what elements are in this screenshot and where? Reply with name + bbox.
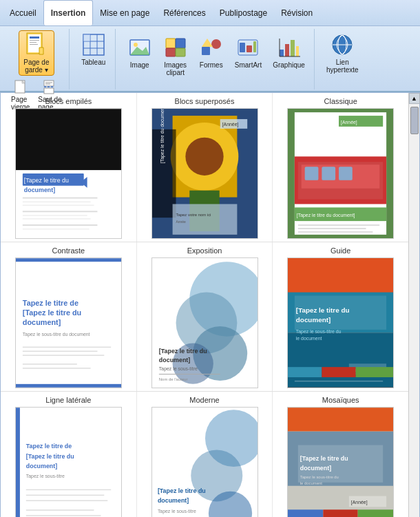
menu-insertion[interactable]: Insertion (43, 0, 94, 25)
tableau-button[interactable]: Tableau (76, 30, 111, 68)
menu-publipostage[interactable]: Publipostage (213, 0, 274, 25)
ribbon: Page degarde ▾ Pagevierge (0, 26, 420, 92)
svg-rect-23 (166, 39, 176, 48)
svg-rect-51 (23, 204, 94, 205)
gallery-cell-mosaiques[interactable]: Mosaïques [Tapez le titre du (273, 392, 408, 517)
svg-rect-143 (288, 408, 393, 432)
svg-rect-128 (26, 500, 107, 500)
svg-text:Tapez le sous-titre: Tapez le sous-titre (26, 474, 65, 479)
svg-text:Tapez le sous-titre du: Tapez le sous-titre du (300, 475, 339, 479)
ligne-laterale-thumb: Tapez le titre de [Tapez le titre du doc… (15, 407, 122, 517)
svg-text:document]: document] (296, 316, 330, 324)
ribbon-group-tableau: Tableau (72, 29, 116, 89)
svg-text:Nom de l'auteur: Nom de l'auteur (158, 377, 187, 381)
mosaiques-thumb: [Tapez le titre du document] Tapez le so… (287, 407, 394, 517)
svg-rect-32 (246, 45, 252, 52)
svg-rect-52 (23, 211, 98, 212)
page-de-garde-button[interactable]: Page degarde ▾ (19, 30, 54, 76)
gallery-cell-guide[interactable]: Guide [Tapez le titre du (273, 242, 408, 391)
svg-text:[Tapez le titre du: [Tapez le titre du (24, 177, 69, 184)
gallery-row-3: Ligne latérale Tapez le titre de [Tapez … (1, 392, 408, 517)
svg-marker-29 (202, 39, 213, 47)
svg-rect-83 (298, 231, 373, 233)
svg-rect-126 (26, 489, 111, 490)
svg-text:[Tapez le titre du document]: [Tapez le titre du document] (297, 213, 355, 218)
svg-rect-91 (23, 347, 111, 348)
svg-rect-24 (176, 39, 185, 48)
ribbon-group-liens: Lienhypertexte (317, 29, 368, 89)
svg-text:[Année]: [Année] (222, 122, 238, 127)
guide-label: Guide (330, 246, 350, 255)
gallery-cell-exposition[interactable]: Exposition [Tapez le titre du document] (137, 242, 273, 391)
gallery-cell-moderne[interactable]: Moderne [Tapez le titre du document] Tap… (137, 392, 273, 517)
svg-rect-55 (23, 224, 98, 226)
svg-text:[Année]: [Année] (351, 500, 368, 505)
menu-mise-en-page[interactable]: Mise en page (93, 0, 156, 25)
svg-rect-93 (23, 355, 104, 355)
svg-rect-81 (298, 224, 379, 226)
svg-text:[Tapez le titre du: [Tapez le titre du (300, 455, 348, 462)
svg-rect-127 (26, 495, 105, 496)
images-clipart-button[interactable]: Imagesclipart (158, 33, 193, 78)
gallery-scroll-area: Blocs empilés [Tapez le titre du documen… (1, 93, 419, 517)
blocs-superposes-label: Blocs superposés (175, 97, 235, 105)
gallery-panel: Blocs empilés [Tapez le titre du documen… (0, 92, 420, 517)
svg-rect-118 (356, 367, 393, 377)
svg-text:Tapez le titre de: Tapez le titre de (26, 443, 72, 450)
gallery-grid: Blocs empilés [Tapez le titre du documen… (1, 93, 408, 517)
svg-rect-116 (288, 367, 322, 377)
formes-button[interactable]: Formes (194, 33, 229, 71)
gallery-cell-contraste[interactable]: Contraste Tapez le titre de [Tapez le ti… (1, 242, 137, 391)
image-icon (127, 35, 152, 60)
saut-de-page-icon (43, 81, 56, 94)
svg-rect-19 (83, 34, 90, 41)
svg-rect-56 (23, 229, 90, 229)
exposition-thumb: [Tapez le titre du document] Tapez le so… (151, 257, 258, 388)
graphique-label: Graphique (273, 61, 305, 69)
svg-text:Tapez le sous-titre: Tapez le sous-titre (157, 509, 196, 514)
lien-hypertexte-button[interactable]: Lienhypertexte (322, 30, 364, 76)
svg-rect-104 (158, 374, 220, 374)
svg-text:le document: le document (296, 336, 322, 341)
graphique-icon (277, 35, 302, 60)
svg-rect-53 (23, 215, 87, 215)
svg-rect-27 (202, 47, 210, 55)
menu-bar: Accueil Insertion Mise en page Référence… (0, 0, 420, 26)
graphique-button[interactable]: Graphique (268, 33, 310, 71)
svg-text:[Tapez le titre du: [Tapez le titre du (26, 453, 74, 460)
svg-point-21 (134, 43, 138, 47)
menu-references[interactable]: Références (156, 0, 212, 25)
svg-text:document]: document] (23, 318, 61, 326)
menu-accueil[interactable]: Accueil (3, 0, 43, 25)
menu-revision[interactable]: Révision (274, 0, 319, 25)
gallery-cell-classique[interactable]: Classique (273, 93, 408, 242)
smartart-button[interactable]: SmartArt (230, 33, 266, 71)
image-button[interactable]: Image (123, 33, 157, 71)
svg-text:[Tapez le titre du: [Tapez le titre du (158, 348, 207, 355)
svg-rect-85 (16, 258, 121, 262)
gallery-cell-ligne-laterale[interactable]: Ligne latérale Tapez le titre de [Tapez … (1, 392, 137, 517)
svg-rect-50 (23, 201, 91, 202)
ribbon-group-pages: Page degarde ▾ Pagevierge (4, 29, 70, 89)
svg-rect-76 (339, 167, 353, 180)
formes-icon (199, 35, 224, 60)
lien-hypertexte-icon (330, 32, 355, 57)
svg-rect-155 (358, 509, 393, 517)
gallery-cell-blocs-empiles[interactable]: Blocs empilés [Tapez le titre du documen… (1, 93, 137, 242)
svg-rect-25 (166, 48, 176, 56)
scrollbar-thumb[interactable] (410, 107, 419, 134)
scrollbar-up-button[interactable]: ▲ (409, 93, 420, 104)
svg-rect-119 (295, 381, 383, 381)
gallery-scrollbar[interactable]: ▲ ▼ (408, 93, 419, 517)
guide-thumb: [Tapez le titre du document] Tapez le so… (287, 257, 394, 388)
svg-text:document]: document] (158, 357, 189, 363)
svg-marker-6 (39, 48, 43, 54)
svg-text:document]: document] (24, 187, 55, 193)
svg-rect-129 (26, 509, 94, 510)
classique-thumb: [Année] [Tapez le titre du document] (287, 108, 394, 239)
svg-rect-3 (30, 40, 39, 41)
svg-rect-31 (240, 43, 245, 52)
gallery-cell-blocs-superposes[interactable]: Blocs superposés (137, 93, 273, 242)
mosaiques-label: Mosaïques (322, 396, 359, 404)
svg-rect-44 (16, 109, 121, 170)
